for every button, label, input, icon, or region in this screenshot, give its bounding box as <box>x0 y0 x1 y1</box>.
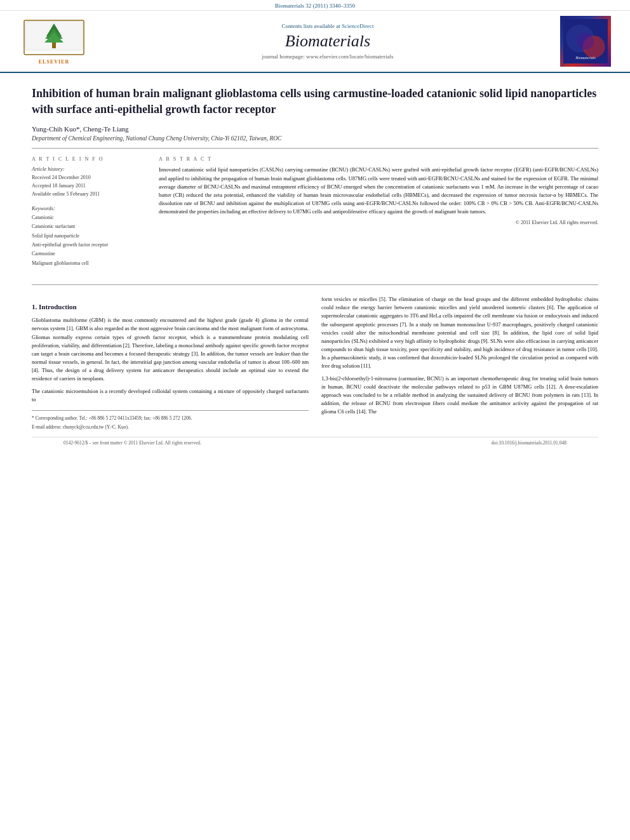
abstract-label: A B S T R A C T <box>159 156 598 162</box>
keywords-title: Keywords: <box>32 205 146 211</box>
body-section: 1. Introduction Glioblastoma multiforme … <box>32 295 598 430</box>
article-content: Inhibition of human brain malignant glio… <box>0 73 630 461</box>
svg-point-9 <box>577 33 594 50</box>
journal-header: ELSEVIER Contents lists available at Sci… <box>0 11 630 73</box>
citation-text: Biomaterials 32 (2011) 3340–3350 <box>275 3 355 9</box>
svg-text:Biomaterials: Biomaterials <box>575 56 596 60</box>
science-direct-anchor[interactable]: ScienceDirect <box>342 23 373 29</box>
footer-issn: 0142-9612/$ – see front matter © 2011 El… <box>64 440 201 446</box>
science-direct-link: Contents lists available at ScienceDirec… <box>108 23 547 29</box>
intro-heading: 1. Introduction <box>32 302 309 312</box>
citation-bar: Biomaterials 32 (2011) 3340–3350 <box>0 0 630 11</box>
elsevier-wordmark: ELSEVIER <box>19 59 89 65</box>
right-body-column: form vesicles or micelles [5]. The elimi… <box>321 295 598 430</box>
info-abstract-section: A R T I C L E I N F O Article history: R… <box>32 156 598 285</box>
section-title: Introduction <box>39 303 77 310</box>
article-info-column: A R T I C L E I N F O Article history: R… <box>32 156 146 274</box>
article-title: Inhibition of human brain malignant glio… <box>32 86 598 117</box>
keywords-block: Keywords: Catanionic Catanionic surfacta… <box>32 205 146 268</box>
page-footer: 0142-9612/$ – see front matter © 2011 El… <box>32 437 598 448</box>
right-paragraph-2: 1,3-bis(2-chloroethyl)-1-nitrosurea (car… <box>321 375 598 417</box>
elsevier-svg <box>22 18 86 57</box>
intro-paragraph-2: The catanionic microemulsion is a recent… <box>32 387 309 404</box>
history-title: Article history: <box>32 166 146 172</box>
available-date: Available online 5 February 2011 <box>32 190 146 199</box>
keywords-list: Catanionic Catanionic surfactant Solid l… <box>32 213 146 268</box>
authors: Yung-Chih Kuo*, Cheng-Te Liang <box>32 125 598 133</box>
footer-doi: doi:10.1016/j.biomaterials.2011.01.048 <box>492 440 566 446</box>
footnote-email: E-mail address: chunyck@ccu.edu.tw (Y.-C… <box>32 423 309 431</box>
keyword-3: Solid lipid nanoparticle <box>32 232 146 241</box>
keyword-5: Carmustine <box>32 250 146 258</box>
keyword-6: Malignant glioblastoma cell <box>32 259 146 268</box>
abstract-column: A B S T R A C T Innovated catanionic sol… <box>159 156 598 274</box>
cover-image: Biomaterials <box>563 16 608 67</box>
elsevier-logo-area: ELSEVIER <box>19 18 95 65</box>
article-history: Article history: Received 24 December 20… <box>32 166 146 198</box>
received-date: Received 24 December 2010 <box>32 174 146 182</box>
right-paragraph-1: form vesicles or micelles [5]. The elimi… <box>321 295 598 371</box>
keyword-1: Catanionic <box>32 213 146 222</box>
journal-title: Biomaterials <box>108 32 547 51</box>
page-container: Biomaterials 32 (2011) 3340–3350 ELSE <box>0 0 630 840</box>
elsevier-logo: ELSEVIER <box>19 18 89 65</box>
abstract-text: Innovated catanionic solid lipid nanopar… <box>159 166 598 216</box>
article-info-label: A R T I C L E I N F O <box>32 156 146 162</box>
journal-homepage: journal homepage: www.elsevier.com/locat… <box>108 53 547 60</box>
section-number: 1. <box>32 303 37 310</box>
journal-cover: Biomaterials <box>560 16 611 67</box>
journal-center: Contents lists available at ScienceDirec… <box>95 23 560 60</box>
left-body-column: 1. Introduction Glioblastoma multiforme … <box>32 295 309 430</box>
copyright-text: © 2011 Elsevier Ltd. All rights reserved… <box>159 220 598 225</box>
footnote-corresponding: * Corresponding author. Tel.: +86 886 5 … <box>32 415 309 422</box>
keyword-4: Anti-epithelial growth factor receptor <box>32 241 146 250</box>
author-names: Yung-Chih Kuo*, Cheng-Te Liang <box>32 125 129 133</box>
intro-paragraph-1: Glioblastoma multiforme (GBM) is the mos… <box>32 316 309 383</box>
affiliation: Department of Chemical Engineering, Nati… <box>32 135 598 149</box>
accepted-date: Accepted 18 January 2011 <box>32 182 146 190</box>
footnote-area: * Corresponding author. Tel.: +86 886 5 … <box>32 410 309 430</box>
keyword-2: Catanionic surfactant <box>32 222 146 231</box>
